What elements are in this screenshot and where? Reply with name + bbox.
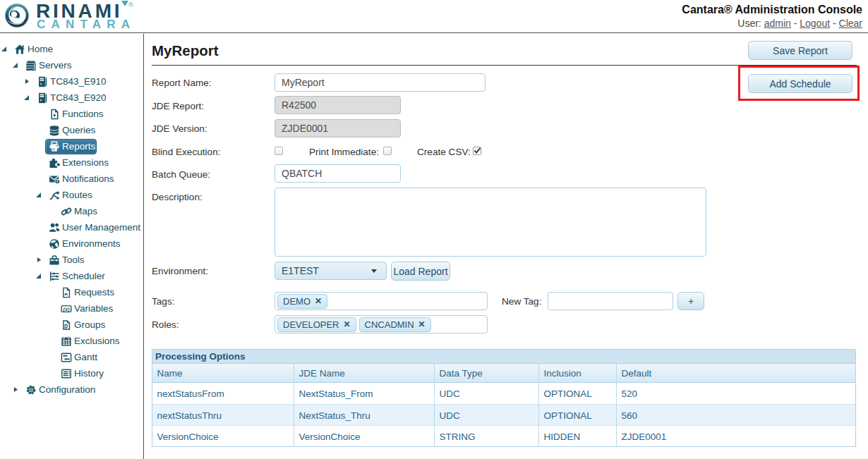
svg-text:(x): (x) bbox=[64, 305, 70, 312]
